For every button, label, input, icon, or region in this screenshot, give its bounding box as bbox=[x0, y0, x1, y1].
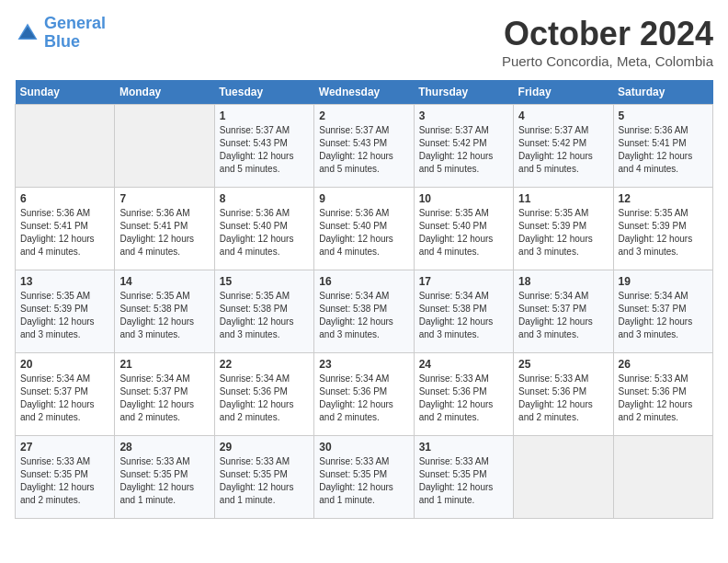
calendar-cell: 20Sunrise: 5:34 AM Sunset: 5:37 PM Dayli… bbox=[16, 353, 115, 436]
day-info: Sunrise: 5:33 AM Sunset: 5:35 PM Dayligh… bbox=[220, 455, 309, 507]
calendar-cell: 26Sunrise: 5:33 AM Sunset: 5:36 PM Dayli… bbox=[613, 353, 712, 436]
calendar-cell: 21Sunrise: 5:34 AM Sunset: 5:37 PM Dayli… bbox=[115, 353, 214, 436]
day-info: Sunrise: 5:33 AM Sunset: 5:35 PM Dayligh… bbox=[419, 455, 508, 507]
week-row: 27Sunrise: 5:33 AM Sunset: 5:35 PM Dayli… bbox=[16, 436, 713, 519]
day-number: 26 bbox=[619, 358, 708, 371]
calendar-cell: 22Sunrise: 5:34 AM Sunset: 5:36 PM Dayli… bbox=[214, 353, 313, 436]
day-info: Sunrise: 5:34 AM Sunset: 5:37 PM Dayligh… bbox=[619, 290, 708, 341]
calendar-cell: 19Sunrise: 5:34 AM Sunset: 5:37 PM Dayli… bbox=[613, 270, 712, 353]
day-info: Sunrise: 5:36 AM Sunset: 5:41 PM Dayligh… bbox=[20, 207, 109, 259]
day-number: 25 bbox=[518, 358, 608, 371]
day-info: Sunrise: 5:35 AM Sunset: 5:39 PM Dayligh… bbox=[20, 290, 109, 341]
week-row: 20Sunrise: 5:34 AM Sunset: 5:37 PM Dayli… bbox=[16, 353, 713, 436]
day-number: 10 bbox=[419, 192, 508, 205]
calendar-cell: 27Sunrise: 5:33 AM Sunset: 5:35 PM Dayli… bbox=[16, 436, 115, 519]
day-number: 17 bbox=[419, 275, 508, 288]
day-number: 29 bbox=[220, 441, 309, 454]
day-number: 6 bbox=[20, 192, 109, 205]
calendar-cell: 29Sunrise: 5:33 AM Sunset: 5:35 PM Dayli… bbox=[214, 436, 313, 519]
title-block: October 2024 Puerto Concordia, Meta, Col… bbox=[502, 15, 713, 69]
calendar-cell bbox=[16, 105, 115, 188]
day-info: Sunrise: 5:36 AM Sunset: 5:40 PM Dayligh… bbox=[220, 207, 309, 259]
day-number: 4 bbox=[518, 109, 608, 122]
week-row: 13Sunrise: 5:35 AM Sunset: 5:39 PM Dayli… bbox=[16, 270, 713, 353]
calendar-cell: 16Sunrise: 5:34 AM Sunset: 5:38 PM Dayli… bbox=[314, 270, 414, 353]
day-number: 21 bbox=[119, 358, 209, 371]
day-number: 28 bbox=[119, 441, 209, 454]
calendar-cell: 15Sunrise: 5:35 AM Sunset: 5:38 PM Dayli… bbox=[214, 270, 313, 353]
day-number: 22 bbox=[220, 358, 309, 371]
calendar-cell: 25Sunrise: 5:33 AM Sunset: 5:36 PM Dayli… bbox=[514, 353, 613, 436]
calendar-cell: 18Sunrise: 5:34 AM Sunset: 5:37 PM Dayli… bbox=[514, 270, 613, 353]
month-title: October 2024 bbox=[502, 15, 713, 53]
day-info: Sunrise: 5:33 AM Sunset: 5:36 PM Dayligh… bbox=[419, 373, 508, 424]
day-info: Sunrise: 5:37 AM Sunset: 5:43 PM Dayligh… bbox=[319, 124, 408, 176]
week-row: 6Sunrise: 5:36 AM Sunset: 5:41 PM Daylig… bbox=[16, 188, 713, 270]
day-number: 14 bbox=[119, 275, 209, 288]
calendar-cell: 28Sunrise: 5:33 AM Sunset: 5:35 PM Dayli… bbox=[115, 436, 214, 519]
day-number: 12 bbox=[619, 192, 708, 205]
calendar-cell: 8Sunrise: 5:36 AM Sunset: 5:40 PM Daylig… bbox=[214, 188, 313, 270]
calendar-cell: 13Sunrise: 5:35 AM Sunset: 5:39 PM Dayli… bbox=[16, 270, 115, 353]
day-info: Sunrise: 5:34 AM Sunset: 5:38 PM Dayligh… bbox=[419, 290, 508, 341]
calendar-cell bbox=[514, 436, 613, 519]
col-header-monday: Monday bbox=[115, 80, 214, 105]
calendar-cell: 6Sunrise: 5:36 AM Sunset: 5:41 PM Daylig… bbox=[16, 188, 115, 270]
day-info: Sunrise: 5:35 AM Sunset: 5:39 PM Dayligh… bbox=[518, 207, 608, 259]
day-info: Sunrise: 5:34 AM Sunset: 5:37 PM Dayligh… bbox=[119, 373, 209, 424]
page-header: General Blue October 2024 Puerto Concord… bbox=[15, 15, 713, 69]
day-info: Sunrise: 5:35 AM Sunset: 5:38 PM Dayligh… bbox=[220, 290, 309, 341]
location-subtitle: Puerto Concordia, Meta, Colombia bbox=[502, 53, 713, 69]
logo: General Blue bbox=[15, 15, 106, 52]
day-number: 9 bbox=[319, 192, 408, 205]
calendar-cell bbox=[115, 105, 214, 188]
calendar-cell: 9Sunrise: 5:36 AM Sunset: 5:40 PM Daylig… bbox=[314, 188, 414, 270]
day-info: Sunrise: 5:34 AM Sunset: 5:36 PM Dayligh… bbox=[220, 373, 309, 424]
col-header-wednesday: Wednesday bbox=[314, 80, 414, 105]
day-info: Sunrise: 5:35 AM Sunset: 5:40 PM Dayligh… bbox=[419, 207, 508, 259]
logo-text: General Blue bbox=[44, 15, 106, 52]
calendar-cell: 4Sunrise: 5:37 AM Sunset: 5:42 PM Daylig… bbox=[514, 105, 613, 188]
day-number: 24 bbox=[419, 358, 508, 371]
col-header-sunday: Sunday bbox=[16, 80, 115, 105]
day-info: Sunrise: 5:33 AM Sunset: 5:35 PM Dayligh… bbox=[20, 455, 109, 507]
day-number: 16 bbox=[319, 275, 408, 288]
calendar-cell: 2Sunrise: 5:37 AM Sunset: 5:43 PM Daylig… bbox=[314, 105, 414, 188]
day-number: 27 bbox=[20, 441, 109, 454]
week-row: 1Sunrise: 5:37 AM Sunset: 5:43 PM Daylig… bbox=[16, 105, 713, 188]
header-row: SundayMondayTuesdayWednesdayThursdayFrid… bbox=[16, 80, 713, 105]
day-info: Sunrise: 5:34 AM Sunset: 5:36 PM Dayligh… bbox=[319, 373, 408, 424]
day-number: 8 bbox=[220, 192, 309, 205]
day-info: Sunrise: 5:36 AM Sunset: 5:41 PM Dayligh… bbox=[119, 207, 209, 259]
day-info: Sunrise: 5:33 AM Sunset: 5:36 PM Dayligh… bbox=[518, 373, 608, 424]
day-number: 18 bbox=[518, 275, 608, 288]
logo-icon bbox=[15, 20, 40, 46]
calendar-cell: 5Sunrise: 5:36 AM Sunset: 5:41 PM Daylig… bbox=[613, 105, 712, 188]
day-info: Sunrise: 5:35 AM Sunset: 5:38 PM Dayligh… bbox=[119, 290, 209, 341]
day-number: 31 bbox=[419, 441, 508, 454]
day-info: Sunrise: 5:36 AM Sunset: 5:41 PM Dayligh… bbox=[619, 124, 708, 176]
day-info: Sunrise: 5:35 AM Sunset: 5:39 PM Dayligh… bbox=[619, 207, 708, 259]
day-number: 19 bbox=[619, 275, 708, 288]
day-number: 7 bbox=[119, 192, 209, 205]
day-info: Sunrise: 5:33 AM Sunset: 5:36 PM Dayligh… bbox=[619, 373, 708, 424]
day-number: 20 bbox=[20, 358, 109, 371]
calendar-table: SundayMondayTuesdayWednesdayThursdayFrid… bbox=[15, 80, 713, 519]
calendar-cell bbox=[613, 436, 712, 519]
day-number: 23 bbox=[319, 358, 408, 371]
day-number: 1 bbox=[220, 109, 309, 122]
calendar-cell: 12Sunrise: 5:35 AM Sunset: 5:39 PM Dayli… bbox=[613, 188, 712, 270]
day-number: 2 bbox=[319, 109, 408, 122]
day-number: 30 bbox=[319, 441, 408, 454]
day-info: Sunrise: 5:37 AM Sunset: 5:42 PM Dayligh… bbox=[518, 124, 608, 176]
day-number: 15 bbox=[220, 275, 309, 288]
day-number: 5 bbox=[619, 109, 708, 122]
calendar-cell: 7Sunrise: 5:36 AM Sunset: 5:41 PM Daylig… bbox=[115, 188, 214, 270]
day-number: 3 bbox=[419, 109, 508, 122]
day-info: Sunrise: 5:33 AM Sunset: 5:35 PM Dayligh… bbox=[319, 455, 408, 507]
calendar-cell: 1Sunrise: 5:37 AM Sunset: 5:43 PM Daylig… bbox=[214, 105, 313, 188]
col-header-saturday: Saturday bbox=[613, 80, 712, 105]
calendar-cell: 31Sunrise: 5:33 AM Sunset: 5:35 PM Dayli… bbox=[414, 436, 513, 519]
day-info: Sunrise: 5:37 AM Sunset: 5:43 PM Dayligh… bbox=[220, 124, 309, 176]
day-info: Sunrise: 5:34 AM Sunset: 5:37 PM Dayligh… bbox=[20, 373, 109, 424]
